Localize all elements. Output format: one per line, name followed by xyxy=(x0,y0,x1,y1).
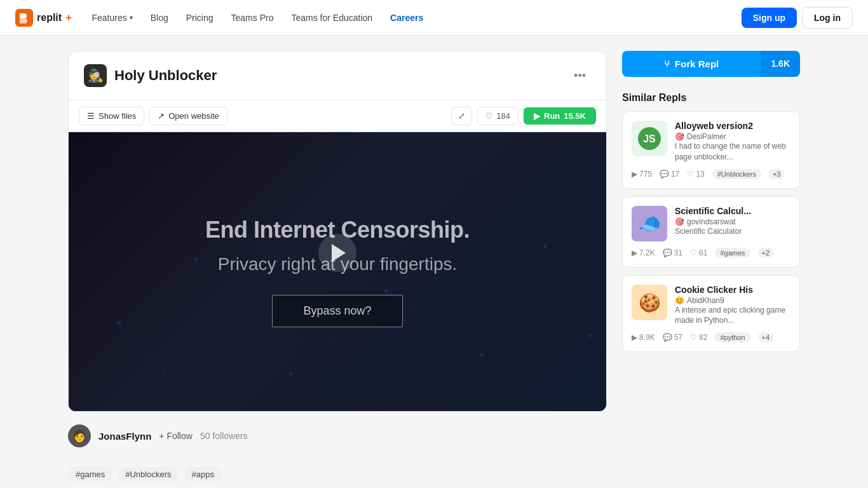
nav-blog[interactable]: Blog xyxy=(143,9,176,27)
tag-badge-2[interactable]: #games xyxy=(715,248,750,258)
fork-button[interactable]: ⑂ Fork Repl xyxy=(622,51,761,77)
external-link-icon: ↗ xyxy=(158,111,165,121)
repl-card-thumb-1: JS xyxy=(632,121,667,156)
repl-card-info-1: Alloyweb version2 🎯 DesiPalmer I had to … xyxy=(675,121,790,163)
navbar: replit+ Features ▾ Blog Pricing Teams Pr… xyxy=(0,0,868,36)
author-emoji-3: 😊 xyxy=(675,296,684,305)
show-files-button[interactable]: ☰ Show files xyxy=(79,107,144,125)
files-icon: ☰ xyxy=(87,111,95,121)
author-name-1: DesiPalmer xyxy=(687,132,726,141)
likes-count-1: 13 xyxy=(696,170,704,179)
fork-count[interactable]: 1.6K xyxy=(761,51,800,77)
repl-card-stats-2: ▶ 7.2K 💬 31 ♡ 61 #games +2 xyxy=(632,248,790,258)
replit-logo-icon xyxy=(15,9,33,27)
author-emoji-1: 🎯 xyxy=(675,132,684,141)
author-emoji-2: 🎯 xyxy=(675,217,684,226)
runs-icon-2: ▶ xyxy=(632,248,637,257)
open-website-button[interactable]: ↗ Open website xyxy=(149,107,227,125)
tag-badge-1[interactable]: #Unblockers xyxy=(712,169,761,179)
login-button[interactable]: Log in xyxy=(802,7,853,29)
like-count: 184 xyxy=(496,111,510,121)
stat-likes-1: ♡ 13 xyxy=(687,170,704,179)
more-options-icon[interactable]: ••• xyxy=(569,67,591,85)
nav-teams-pro-label: Teams Pro xyxy=(231,13,274,23)
nav-teams-edu[interactable]: Teams for Education xyxy=(283,9,380,27)
signup-button[interactable]: Sign up xyxy=(742,8,797,28)
likes-count-3: 82 xyxy=(699,333,707,342)
comment-icon-2: 💬 xyxy=(663,248,672,257)
runs-icon-1: ▶ xyxy=(632,170,637,179)
nav-links: Features ▾ Blog Pricing Teams Pro Teams … xyxy=(84,9,741,27)
fork-label: Fork Repl xyxy=(675,58,719,69)
repl-card-name-2: Scientific Calcul... xyxy=(675,206,790,216)
similar-repl-card-3[interactable]: Cookie Clicker His 😊 AbidKhan9 A intense… xyxy=(622,275,800,353)
repl-card-author-3: 😊 AbidKhan9 xyxy=(675,296,790,305)
tag-unblockers[interactable]: #Unblockers xyxy=(118,467,179,482)
main-container: 🕵️ Holy Unblocker ••• ☰ Show files ↗ Ope… xyxy=(53,36,815,488)
nav-auth: Sign up Log in xyxy=(742,7,853,29)
run-button[interactable]: ▶ Run 15.5K xyxy=(524,107,596,125)
play-triangle-icon xyxy=(332,244,346,262)
nav-blog-label: Blog xyxy=(151,13,168,23)
runs-count-1: 775 xyxy=(639,170,652,179)
sidebar: ⑂ Fork Repl 1.6K Similar Repls JS xyxy=(622,51,800,488)
stat-runs-3: ▶ 8.9K xyxy=(632,333,655,342)
author-name-2: govindsarswat xyxy=(687,217,736,226)
likes-count-2: 61 xyxy=(699,248,707,257)
tag-extra-2[interactable]: +2 xyxy=(758,248,774,258)
open-website-label: Open website xyxy=(168,111,219,121)
heart-icon: ♡ xyxy=(485,111,493,121)
content-area: 🕵️ Holy Unblocker ••• ☰ Show files ↗ Ope… xyxy=(68,51,607,488)
repl-title-row: 🕵️ Holy Unblocker xyxy=(84,64,217,87)
heart-icon-3: ♡ xyxy=(690,333,697,342)
comment-icon-1: 💬 xyxy=(660,170,669,179)
stat-likes-3: ♡ 82 xyxy=(690,333,707,342)
nav-careers[interactable]: Careers xyxy=(383,9,431,27)
author-row: 🧑 JonasFlynn + Follow 50 followers xyxy=(68,424,607,458)
tag-badge-3[interactable]: #python xyxy=(715,332,750,342)
nav-teams-pro[interactable]: Teams Pro xyxy=(224,9,281,27)
logo-text: replit xyxy=(37,12,62,24)
nodejs-icon: JS xyxy=(637,126,662,151)
tag-extra-3[interactable]: +4 xyxy=(758,332,774,342)
stat-comments-2: 💬 31 xyxy=(663,248,682,257)
follow-button[interactable]: + Follow xyxy=(159,431,193,441)
nav-pricing[interactable]: Pricing xyxy=(179,9,221,27)
tag-extra-1[interactable]: +3 xyxy=(769,169,785,179)
logo[interactable]: replit+ xyxy=(15,9,71,27)
tag-games[interactable]: #games xyxy=(68,467,112,482)
author-avatar: 🧑 xyxy=(68,424,91,447)
repl-avatar-emoji: 🕵️ xyxy=(88,68,104,83)
repl-card-thumb-3 xyxy=(632,285,667,320)
nav-teams-edu-label: Teams for Education xyxy=(291,13,372,23)
play-button-overlay[interactable] xyxy=(318,234,356,272)
runs-count-3: 8.9K xyxy=(639,333,655,342)
author-name[interactable]: JonasFlynn xyxy=(98,431,151,442)
fork-container: ⑂ Fork Repl 1.6K xyxy=(622,51,800,77)
nav-features[interactable]: Features ▾ xyxy=(84,9,140,27)
comments-count-1: 17 xyxy=(671,170,679,179)
bypass-button[interactable]: Bypass now? xyxy=(272,295,402,327)
show-files-label: Show files xyxy=(98,111,136,121)
repl-card-name-1: Alloyweb version2 xyxy=(675,121,790,131)
video-container: End Internet Censorship. Privacy right a… xyxy=(68,132,607,412)
repl-card-stats-1: ▶ 775 💬 17 ♡ 13 #Unblockers +3 xyxy=(632,169,790,179)
similar-repls-section: Similar Repls JS Alloyweb version2 🎯 xyxy=(622,92,800,352)
expand-button[interactable]: ⤢ xyxy=(451,107,472,125)
repl-card-author-1: 🎯 DesiPalmer xyxy=(675,132,790,141)
repl-card-author-2: 🎯 govindsarswat xyxy=(675,217,790,226)
similar-repl-card-1[interactable]: JS Alloyweb version2 🎯 DesiPalmer I had … xyxy=(622,111,800,189)
svg-text:JS: JS xyxy=(643,133,656,144)
follow-label: + Follow xyxy=(159,431,193,441)
repl-card-header-3: Cookie Clicker His 😊 AbidKhan9 A intense… xyxy=(632,285,790,327)
author-name-3: AbidKhan9 xyxy=(687,296,724,305)
similar-repl-card-2[interactable]: Scientific Calcul... 🎯 govindsarswat Sci… xyxy=(622,196,800,268)
calc-thumb-img xyxy=(632,206,667,241)
play-icon: ▶ xyxy=(534,111,540,121)
run-count: 15.5K xyxy=(564,111,586,121)
like-button[interactable]: ♡ 184 xyxy=(477,107,519,125)
tag-apps[interactable]: #apps xyxy=(184,467,222,482)
repl-card-desc-1: I had to change the name of web page unb… xyxy=(675,141,790,163)
runs-count-2: 7.2K xyxy=(639,248,655,257)
stat-likes-2: ♡ 61 xyxy=(690,248,707,257)
